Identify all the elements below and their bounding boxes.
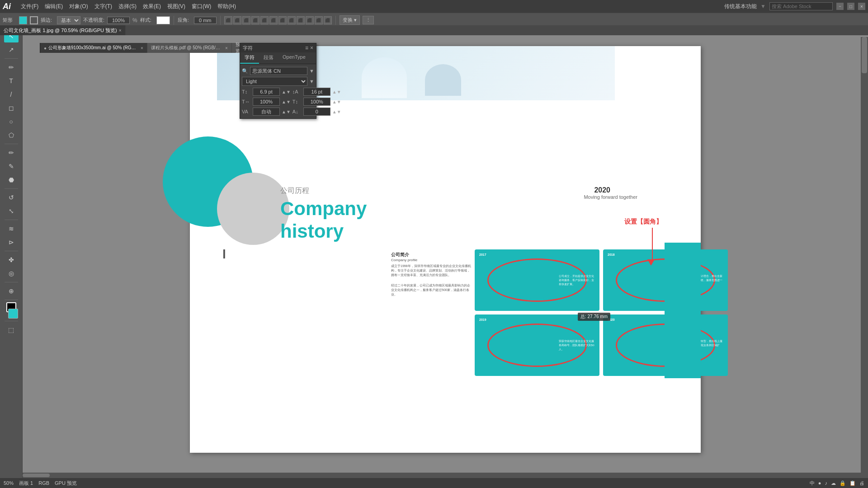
char-tracking-input[interactable] — [253, 108, 280, 116]
more-options-btn[interactable]: ⋮ — [363, 16, 374, 24]
char-font-search-input[interactable] — [250, 67, 307, 75]
status-bar: 50% 画板 1 RGB GPU 预览 中 ● ♪ ☁ 🔒 📋 🖨 — [0, 478, 868, 488]
leading-icon: ↕A — [292, 89, 302, 94]
char-font-size-input[interactable] — [253, 88, 280, 96]
align-right-icon[interactable]: ⬛ — [242, 16, 250, 24]
baseline-icon: A↓ — [292, 109, 302, 114]
char-panel-titlebar[interactable]: 字符 ≡ × — [240, 43, 316, 52]
workspace-mode[interactable]: 传统基本功能 — [724, 3, 757, 10]
menu-object[interactable]: 对象(O) — [69, 3, 88, 10]
menu-help[interactable]: 帮助(H) — [217, 3, 236, 10]
warp-tool[interactable]: ≋ — [4, 222, 19, 235]
menu-text[interactable]: 文字(T) — [94, 3, 112, 10]
char-panel-menu-icon[interactable]: ≡ — [305, 45, 308, 51]
menu-effect[interactable]: 效果(E) — [143, 3, 161, 10]
pencil-tool[interactable]: ✎ — [4, 160, 19, 173]
search-adobe-stock[interactable] — [769, 2, 833, 10]
pen-tool[interactable]: ✏ — [4, 61, 19, 74]
card-2: 2019 荣获华南地区最佳企业文化服务商称号，团队规模扩大到50人。 — [475, 314, 599, 376]
menu-file[interactable]: 文件(F) — [21, 3, 38, 10]
distribute-left-icon[interactable]: ⬛ — [278, 16, 287, 24]
h-scrollbar-thumb[interactable] — [23, 474, 50, 477]
outer-tab-bar: 公司文化墙_画板 1.jpg @ 70.59% (RGB/GPU 预览) × — [0, 25, 868, 35]
corner-radius-input[interactable] — [194, 17, 217, 24]
corner-label: 应角: — [178, 17, 191, 23]
left-toolbar: ↖ ↗ ✏ T / ◻ ○ ⬠ ✏ ✎ ⬣ ↺ ⤡ ≋ ⊳ ✤ ◎ ⊕ ⬚ ··… — [0, 27, 23, 488]
fill-color-swatch[interactable] — [19, 16, 27, 24]
align-bottom-icon[interactable]: ⬛ — [269, 16, 278, 24]
char-panel-close-icon[interactable]: × — [310, 45, 313, 51]
char-tab-paragraph[interactable]: 段落 — [259, 52, 278, 64]
outer-tab-active[interactable]: 公司文化墙_画板 1.jpg @ 70.59% (RGB/GPU 预览) × — [0, 25, 126, 35]
card-1-year: 2018 — [608, 253, 615, 256]
color-mode: RGB — [38, 480, 49, 486]
inner-tab-1[interactable]: ● 公司形象墙9100x3500mm.ai @ 50% (RGB/GPU 预览)… — [40, 43, 147, 53]
align-left-icon[interactable]: ⬛ — [224, 16, 232, 24]
brush-tool[interactable]: ✏ — [4, 146, 19, 159]
rect-tool[interactable]: ◻ — [4, 102, 19, 114]
shaper-tool[interactable]: ⬣ — [4, 174, 19, 186]
inner-tab-2-close-icon[interactable]: × — [225, 46, 228, 51]
scale-tool[interactable]: ⤡ — [4, 205, 19, 217]
type-tool[interactable]: T — [4, 75, 19, 87]
maximize-button[interactable]: □ — [847, 3, 854, 10]
line-tool[interactable]: / — [4, 88, 19, 101]
style-preview[interactable] — [156, 16, 170, 24]
measure-tool[interactable]: ◎ — [4, 267, 19, 280]
char-v-scale-input[interactable] — [303, 98, 330, 106]
align-center-icon[interactable]: ⬛ — [233, 16, 241, 24]
width-tool[interactable]: ⊳ — [4, 236, 19, 249]
v-scrollbar-thumb[interactable] — [862, 37, 867, 73]
zoom-tool[interactable]: ⊕ — [4, 285, 19, 297]
stroke-weight-select[interactable]: 基本 — [57, 16, 80, 24]
direct-select-tool[interactable]: ↗ — [4, 43, 19, 56]
distribute-center-icon[interactable]: ⬛ — [288, 16, 296, 24]
menu-window[interactable]: 窗口(W) — [192, 3, 211, 10]
align-middle-icon[interactable]: ⬛ — [260, 16, 269, 24]
char-panel-title: 字符 — [243, 45, 253, 52]
char-tab-character[interactable]: 字符 — [240, 52, 259, 64]
outer-tab-close-icon[interactable]: × — [119, 28, 122, 33]
minimize-button[interactable]: － — [836, 3, 844, 10]
eyedropper-tool[interactable]: ✤ — [4, 253, 19, 266]
print-icon: 🖨 — [859, 480, 864, 486]
distribute-right-icon[interactable]: ⬛ — [297, 16, 305, 24]
annotation-group: 设置【圆角】 — [624, 218, 662, 266]
company-history-label: 公司历程 — [280, 186, 309, 196]
opacity-input[interactable] — [107, 17, 130, 24]
char-baseline-input[interactable] — [303, 108, 330, 116]
stroke-color-swatch[interactable] — [30, 16, 38, 24]
ellipse-tool[interactable]: ○ — [4, 115, 19, 128]
horizontal-scrollbar[interactable] — [23, 473, 861, 478]
char-leading-input[interactable] — [303, 88, 330, 96]
tracking-icon: VA — [242, 109, 251, 114]
distribute-top-icon[interactable]: ⬛ — [306, 16, 314, 24]
menu-view[interactable]: 视图(V) — [167, 3, 185, 10]
rotate-tool[interactable]: ↺ — [4, 191, 19, 204]
app-logo: Ai — [3, 2, 11, 11]
close-button[interactable]: × — [858, 3, 865, 10]
polygon-tool[interactable]: ⬠ — [4, 129, 19, 141]
tool-separator-6 — [5, 282, 18, 282]
change-screen-mode-btn[interactable]: ⬚ — [4, 324, 19, 336]
stroke-tool[interactable] — [8, 309, 18, 319]
artboard-label: 画板 1 — [19, 480, 33, 487]
measure-tooltip: 总: 27.76 mm — [578, 313, 610, 321]
card-0: 2017 公司成立，开始提供企业文化咨询服务，客户反响良好，业务快速扩展。 — [475, 249, 599, 311]
tool-separator-2 — [5, 144, 18, 144]
distribute-bottom-icon[interactable]: ⬛ — [324, 16, 332, 24]
shape-label: 矩形 — [3, 17, 16, 23]
inner-tab-1-close-icon[interactable]: × — [141, 46, 143, 51]
char-h-scale-input[interactable] — [253, 98, 280, 106]
align-top-icon[interactable]: ⬛ — [251, 16, 259, 24]
transform-btn[interactable]: 变换 ▾ — [340, 15, 360, 25]
inner-tab-2[interactable]: 课程片头模板.pdf @ 50% (RGB/GPU × — [147, 43, 232, 53]
vertical-scrollbar[interactable] — [861, 37, 868, 478]
char-font-style-select[interactable]: Light — [242, 77, 307, 86]
char-tab-opentype[interactable]: OpenType — [278, 52, 310, 64]
char-panel-body: 🔍 ▼ Light ▼ T↕ ▲▼ ↕A ▲▼ T↔ ▲▼ T↕ ▲▼ — [240, 64, 316, 118]
distribute-middle-icon[interactable]: ⬛ — [315, 16, 323, 24]
decorative-letter: l — [222, 247, 226, 262]
menu-edit[interactable]: 编辑(E) — [45, 3, 63, 10]
menu-select[interactable]: 选择(S) — [118, 3, 137, 10]
